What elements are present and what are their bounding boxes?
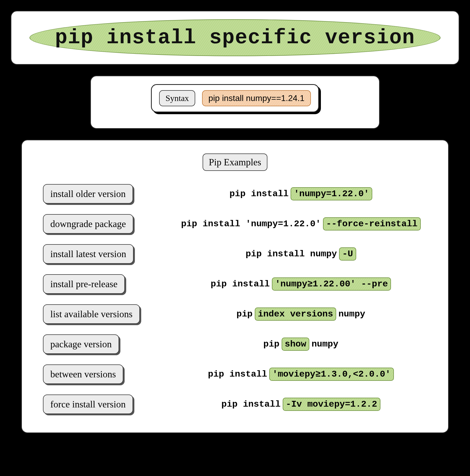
example-row: downgrade packagepip install 'numpy=1.22… (43, 214, 427, 234)
section-title: Pip Examples (203, 153, 268, 171)
code-text: pip (237, 309, 253, 319)
code-text: pip install (211, 279, 270, 289)
code-highlight: --force-reinstall (323, 217, 421, 230)
code-highlight: index versions (255, 307, 336, 321)
header-card: pip install specific version (11, 11, 459, 65)
example-row: package versionpip show numpy (43, 334, 427, 354)
code-highlight: show (282, 338, 310, 351)
example-label: downgrade package (43, 214, 133, 234)
example-row: install pre-releasepip install 'numpy≥1.… (43, 274, 427, 294)
code-text: pip install (221, 399, 280, 409)
code-text: pip install 'numpy=1.22.0' (181, 219, 321, 229)
example-row: force install versionpip install -Iv mov… (43, 395, 427, 414)
code-text: numpy (311, 339, 338, 349)
syntax-card: Syntax pip install numpy==1.24.1 (90, 75, 380, 129)
code-text: numpy (338, 309, 365, 319)
example-row: install older versionpip install 'numpy=… (43, 184, 427, 204)
example-label: force install version (43, 395, 133, 414)
page-title: pip install specific version (55, 26, 415, 49)
code-text: pip (263, 339, 280, 349)
syntax-command: pip install numpy==1.24.1 (202, 90, 311, 106)
example-label: package version (43, 334, 119, 354)
example-label: list available versions (43, 304, 140, 324)
syntax-label: Syntax (159, 90, 195, 106)
code-highlight: -Iv moviepy=1.2.2 (283, 398, 380, 411)
example-row: between versionspip install 'moviepy≥1.3… (43, 364, 427, 384)
code-highlight: 'numpy=1.22.0' (291, 187, 372, 200)
example-code: pip install numpy -U (175, 247, 427, 261)
code-text: pip install (208, 369, 267, 379)
example-code: pip install 'moviepy≥1.3.0,<2.0.0' (175, 368, 427, 381)
syntax-inner: Syntax pip install numpy==1.24.1 (151, 84, 319, 112)
section-title-wrap: Pip Examples (43, 153, 427, 171)
example-label: install latest version (43, 244, 134, 264)
code-text: pip install (229, 189, 288, 199)
example-label: between versions (43, 364, 123, 384)
title-ellipse: pip install specific version (30, 19, 440, 56)
code-text: pip install numpy (246, 249, 337, 259)
example-code: pip install 'numpy=1.22.0'--force-reinst… (175, 217, 427, 230)
example-code: pip index versions numpy (175, 307, 427, 321)
example-code: pip install -Iv moviepy=1.2.2 (175, 398, 427, 411)
code-highlight: 'numpy≥1.22.00' --pre (272, 277, 391, 291)
example-code: pip install 'numpy≥1.22.00' --pre (175, 277, 427, 291)
example-code: pip show numpy (175, 338, 427, 351)
example-label: install older version (43, 184, 133, 204)
code-highlight: -U (339, 247, 356, 261)
example-row: list available versionspip index version… (43, 304, 427, 324)
examples-grid: install older versionpip install 'numpy=… (43, 184, 427, 414)
example-code: pip install 'numpy=1.22.0' (175, 187, 427, 200)
code-highlight: 'moviepy≥1.3.0,<2.0.0' (269, 368, 394, 381)
example-row: install latest versionpip install numpy … (43, 244, 427, 264)
example-label: install pre-release (43, 274, 125, 294)
examples-card: Pip Examples install older versionpip in… (21, 140, 449, 433)
